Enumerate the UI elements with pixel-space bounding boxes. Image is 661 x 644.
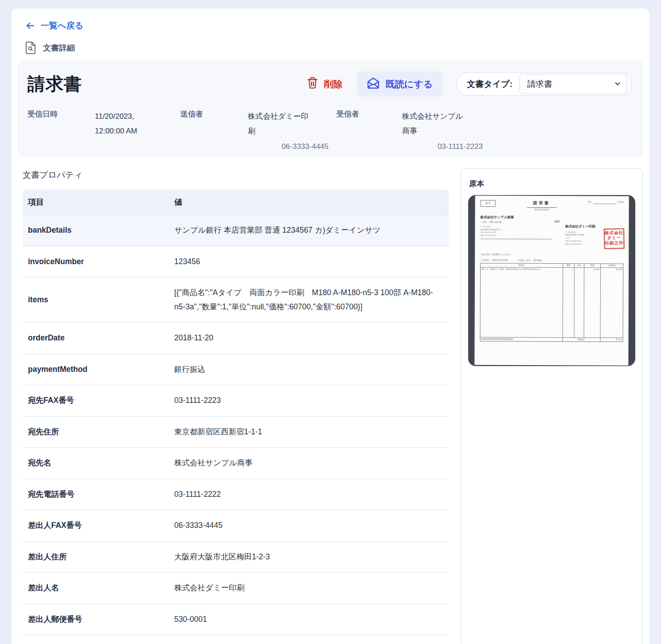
document-title: 請求書 (27, 72, 307, 96)
row-value: 2018-11-20 (169, 323, 449, 354)
doc-type-select[interactable]: 請求書 (520, 74, 627, 94)
table-row: 差出人住所 大阪府大阪市北区梅田1-2-3 (23, 541, 449, 573)
properties-section: 文書プロパティ 項目 値 bankDetails サンプル銀行 本店営業部 普通… (23, 168, 449, 644)
back-link-label: 一覧へ戻る (41, 20, 83, 31)
arrow-left-icon (25, 20, 35, 31)
received-at-label: 受信日時 (27, 109, 95, 154)
table-row: 差出人郵便番号 530-0001 (23, 604, 449, 635)
row-value: サンプル銀行 本店営業部 普通 1234567 カ)ダミーインサツ (169, 215, 449, 246)
properties-table: 項目 値 bankDetails サンプル銀行 本店営業部 普通 1234567… (23, 190, 449, 644)
row-value: 株式会社サンプル商事 (169, 448, 449, 479)
row-key: 宛先電話番号 (23, 479, 169, 510)
scan-honorific: 御中 (555, 219, 565, 224)
original-document-thumbnail[interactable]: 1/ 1 請求書 2023年11月20日 No. 12345 (468, 195, 635, 366)
row-key: 差出人郵便番号 (23, 604, 169, 635)
scan-recipient-block: 株式会社サンプル商事 ご担当： 営業 太郎 様 〒 160-0001 東京都新宿… (480, 215, 555, 246)
delete-button[interactable]: 削除 (307, 77, 343, 91)
receiver-label: 受信者 (336, 109, 402, 154)
row-value: 大阪府大阪市北区梅田1-2-3 (169, 541, 449, 573)
received-at-value: 11/20/2023, 12:00:00 AM (95, 109, 180, 154)
scan-date: 2023年11月20日 (495, 208, 588, 211)
original-document-card: 原本 1/ 1 請求書 2023年11月20日 No. (461, 168, 643, 644)
scan-greeting: 下記の通りご請求申し上げます。 (480, 253, 623, 256)
page-title: 文書詳細 (43, 43, 75, 53)
table-row: orderDate 2018-11-20 (23, 323, 449, 354)
row-key: invoiceNumber (23, 246, 169, 277)
row-key: 差出人電話番号 (23, 635, 169, 644)
row-key: bankDetails (23, 215, 169, 246)
table-row: 差出人名 株式会社ダミー印刷 (23, 573, 449, 604)
row-value: 06-3333-4444 (169, 635, 449, 644)
sender-value: 株式会社ダミー印刷 06-3333-4445 (248, 109, 336, 154)
table-row: 差出人FAX番号 06-3333-4445 (23, 510, 449, 542)
table-row: paymentMethod 銀行振込 (23, 354, 449, 385)
row-value: 03-1111-2223 (169, 385, 449, 417)
row-value: 530-0001 (169, 604, 449, 635)
row-value: 123456 (169, 246, 449, 277)
row-value: [{"商品名":"Aタイプ 両面カラー印刷 M180 A-M180-n5-3 1… (169, 277, 449, 323)
receiver-value: 株式会社サンプル商事 03-1111-2223 (402, 109, 486, 154)
mark-as-read-button[interactable]: 既読にする (357, 71, 442, 97)
row-value: 06-3333-4445 (169, 510, 449, 542)
document-header-card: 請求書 削除 (18, 61, 643, 156)
scan-title: 請求書 (527, 200, 556, 208)
row-key: 宛先名 (23, 448, 169, 479)
scan-no-field: No. 12345 (588, 200, 624, 204)
sender-phone: 06-3333-4445 (248, 139, 329, 154)
column-header-value: 値 (169, 190, 449, 215)
company-seal: 株式会社 ダミー 印刷之印 (604, 228, 625, 249)
document-search-icon (25, 42, 36, 54)
properties-title: 文書プロパティ (23, 169, 449, 181)
scan-items-table: 商品名 数量 単位 価格 金額(円) Aタイプ 両面カラー印刷 M180 A-M… (480, 263, 624, 342)
main-card: 一覧へ戻る 文書詳細 請求書 (11, 8, 650, 644)
delete-button-label: 削除 (324, 78, 343, 90)
row-value: 東京都新宿区西新宿1-1-1 (169, 416, 449, 448)
row-key: orderDate (23, 323, 169, 354)
row-key: 差出人住所 (23, 541, 169, 573)
scan-page-number: 1/ 1 (481, 200, 496, 207)
doc-type-label: 文書タイプ: (467, 78, 512, 90)
table-row: 宛先住所 東京都新宿区西新宿1-1-1 (23, 416, 449, 448)
page-subtitle: 文書詳細 (25, 42, 643, 54)
document-meta: 受信日時 11/20/2023, 12:00:00 AM 送信者 株式会社ダミー… (27, 109, 632, 154)
receiver-name: 株式会社サンプル商事 (402, 109, 465, 138)
table-row: 宛先FAX番号 03-1111-2223 (23, 385, 449, 417)
row-value: 03-1111-2222 (169, 479, 449, 510)
mark-as-read-label: 既読にする (386, 78, 433, 90)
open-envelope-icon (367, 77, 380, 91)
row-key: 宛先FAX番号 (23, 385, 169, 417)
row-key: paymentMethod (23, 354, 169, 385)
row-value: 銀行振込 (169, 354, 449, 385)
table-row: 宛先電話番号 03-1111-2222 (23, 479, 449, 510)
row-key: 差出人名 (23, 573, 169, 604)
back-to-list-link[interactable]: 一覧へ戻る (25, 20, 83, 31)
table-header-row: 項目 値 (23, 190, 449, 215)
row-key: 差出人FAX番号 (23, 510, 169, 542)
row-value: 株式会社ダミー印刷 (169, 573, 449, 604)
sender-name: 株式会社ダミー印刷 (248, 109, 311, 138)
table-row: 差出人電話番号 06-3333-4444 (23, 635, 449, 644)
table-row: 宛先名 株式会社サンプル商事 (23, 448, 449, 479)
row-key: items (23, 277, 169, 323)
column-header-key: 項目 (23, 190, 169, 215)
scan-sender-block: 株式会社ダミー印刷 〒 530-0001 大阪府大阪市北区梅田 1-2-3 TE… (565, 215, 624, 246)
scan-order-line: ご注文日 ： 2018年11月20日 お支払い方法 ： 銀行振込 (480, 258, 623, 262)
row-key: 宛先住所 (23, 416, 169, 448)
original-label: 原本 (469, 179, 635, 189)
table-row: bankDetails サンプル銀行 本店営業部 普通 1234567 カ)ダミ… (23, 215, 449, 246)
table-row: items [{"商品名":"Aタイプ 両面カラー印刷 M180 A-M180-… (23, 277, 449, 323)
doc-type-control: 文書タイプ: 請求書 (457, 72, 632, 96)
receiver-phone: 03-1111-2223 (402, 139, 483, 154)
table-row: invoiceNumber 123456 (23, 246, 449, 277)
trash-icon (307, 77, 318, 91)
sender-label: 送信者 (180, 109, 248, 154)
invoice-scan-page: 1/ 1 請求書 2023年11月20日 No. 12345 (474, 195, 629, 365)
